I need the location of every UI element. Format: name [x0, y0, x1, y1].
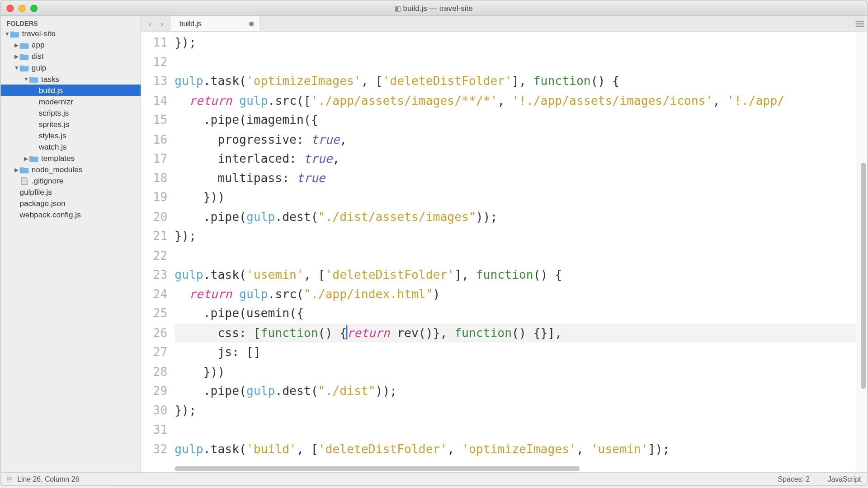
nav-back-button[interactable]: ‹	[145, 18, 156, 29]
sidebar-header: FOLDERS	[0, 16, 141, 28]
chevron-down-icon[interactable]: ▼	[23, 76, 29, 82]
document-icon: ◧	[395, 5, 401, 12]
tab-build[interactable]: build.js	[171, 16, 260, 31]
chevron-right-icon[interactable]: ▶	[14, 166, 19, 172]
tree-label: build.js	[39, 86, 63, 95]
chevron-right-icon[interactable]: ▶	[14, 53, 19, 59]
chevron-right-icon[interactable]: ▶	[14, 42, 19, 48]
tree-file-styles[interactable]: styles.js	[0, 130, 141, 141]
tree-folder-node-modules[interactable]: ▶ node_modules	[0, 164, 141, 175]
hamburger-icon	[856, 20, 864, 26]
chevron-down-icon[interactable]: ▼	[4, 31, 10, 37]
code-content[interactable]: }); gulp.task('optimizeImages', ['delete…	[175, 32, 856, 472]
folder-tree: ▼ travel-site ▶ app ▶ dist ▼ gul	[0, 28, 141, 221]
tree-label: styles.js	[39, 131, 66, 140]
horizontal-scrollbar[interactable]	[175, 465, 856, 472]
tree-folder-templates[interactable]: ▶ templates	[0, 152, 141, 164]
tree-file-gitignore[interactable]: .gitignore	[0, 175, 141, 186]
tree-label: .gitignore	[32, 176, 63, 185]
tree-label: scripts.js	[39, 108, 69, 117]
tree-file-modernizr[interactable]: modernizr	[0, 96, 141, 107]
nav-forward-button[interactable]: ›	[157, 18, 168, 29]
window-title: ◧build.js — travel-site	[0, 4, 867, 13]
vertical-scrollbar[interactable]	[859, 32, 867, 472]
tree-folder-gulp[interactable]: ▼ gulp	[0, 62, 141, 73]
tree-label: templates	[41, 154, 75, 163]
folder-icon	[19, 41, 29, 49]
tree-file-webpack[interactable]: webpack.config.js	[0, 209, 141, 221]
gutter: 1112131415161718192021222324252627282930…	[141, 32, 175, 472]
folder-icon	[19, 165, 29, 174]
tree-folder-dist[interactable]: ▶ dist	[0, 51, 141, 62]
sidebar: FOLDERS ▼ travel-site ▶ app ▶ dist	[0, 16, 141, 473]
tree-label: gulpfile.js	[19, 188, 52, 197]
folder-icon	[19, 63, 29, 71]
titlebar: ◧build.js — travel-site	[0, 0, 867, 16]
folder-icon	[29, 75, 39, 83]
tree-label: travel-site	[22, 29, 56, 38]
syntax-mode[interactable]: JavaScript	[828, 475, 861, 483]
tree-label: watch.js	[39, 142, 67, 151]
dirty-indicator-icon	[249, 21, 254, 26]
file-icon	[19, 177, 29, 185]
editor-area: ‹ › build.js 111213141516171819202122232…	[141, 16, 867, 473]
window-title-text: build.js — travel-site	[403, 4, 473, 13]
tree-label: package.json	[19, 199, 65, 208]
tree-file-package[interactable]: package.json	[0, 198, 141, 209]
indent-setting[interactable]: Spaces: 2	[778, 475, 810, 483]
tree-file-scripts[interactable]: scripts.js	[0, 107, 141, 118]
scrollbar-thumb[interactable]	[861, 163, 866, 389]
tree-label: node_modules	[32, 165, 82, 174]
chevron-right-icon[interactable]: ▶	[23, 155, 29, 161]
tree-label: webpack.config.js	[19, 210, 80, 219]
statusbar: ▤ Line 26, Column 26 Spaces: 2 JavaScrip…	[0, 472, 867, 485]
tree-file-gulpfile[interactable]: gulpfile.js	[0, 187, 141, 198]
tab-bar: ‹ › build.js	[141, 16, 867, 32]
tab-menu-button[interactable]	[853, 16, 867, 31]
tree-file-build[interactable]: build.js	[0, 84, 141, 96]
tree-folder-tasks[interactable]: ▼ tasks	[0, 73, 141, 84]
nav-arrows: ‹ ›	[141, 16, 171, 31]
console-icon[interactable]: ▤	[6, 475, 12, 483]
chevron-down-icon[interactable]: ▼	[14, 65, 19, 70]
minimap[interactable]	[856, 32, 867, 472]
text-cursor	[346, 325, 348, 340]
tree-folder-root[interactable]: ▼ travel-site	[0, 28, 141, 39]
scrollbar-thumb[interactable]	[175, 466, 580, 471]
folder-icon	[19, 52, 29, 60]
folder-icon	[29, 154, 39, 162]
tree-label: dist	[32, 52, 44, 61]
tree-label: tasks	[41, 75, 59, 84]
tree-file-watch[interactable]: watch.js	[0, 141, 141, 152]
tree-label: app	[32, 41, 45, 50]
tree-folder-app[interactable]: ▶ app	[0, 39, 141, 51]
tree-label: sprites.js	[39, 120, 70, 129]
cursor-position[interactable]: Line 26, Column 26	[17, 475, 79, 483]
tree-label: gulp	[32, 63, 46, 72]
code-editor[interactable]: 1112131415161718192021222324252627282930…	[141, 32, 867, 472]
tree-label: modernizr	[39, 97, 73, 106]
tab-label: build.js	[179, 19, 202, 28]
folder-icon	[10, 29, 19, 38]
tree-file-sprites[interactable]: sprites.js	[0, 118, 141, 130]
